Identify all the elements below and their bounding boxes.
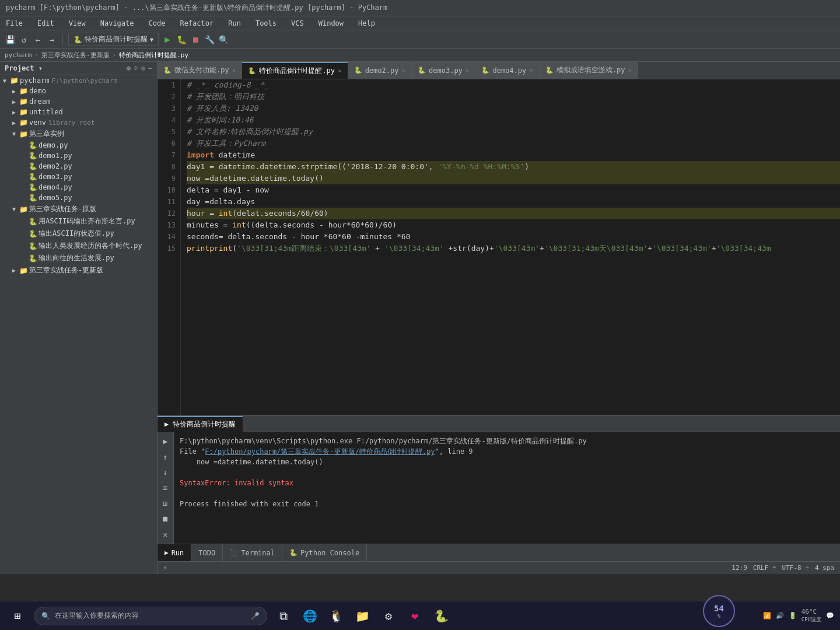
run-config-dropdown[interactable]: 🐍 特价商品倒计时提醒 ▾ <box>68 33 159 46</box>
tree-item-demo1-py[interactable]: 🐍 demo1.py <box>0 150 157 161</box>
tree-item-demo5-py[interactable]: 🐍 demo5.py <box>0 192 157 203</box>
breadcrumb-file[interactable]: 特价商品倒计时提醒.py <box>119 51 188 60</box>
tree-item-ascii-status[interactable]: 🐍 输出ASCII的状态值.py <box>0 228 157 240</box>
tab-close-icon[interactable]: × <box>401 66 405 74</box>
expand-arrow: ▶ <box>9 99 19 105</box>
bottom-tab-todo[interactable]: TODO <box>191 544 223 562</box>
bottom-tab-run[interactable]: ▶ Run <box>158 544 191 562</box>
code-line-13: minutes = int((delta.seconds - hour*60*6… <box>187 219 840 231</box>
run-label: ▶ 特价商品倒计时提醒 <box>164 419 236 429</box>
forward-icon[interactable]: → <box>47 34 57 45</box>
tree-item-demo3-py[interactable]: 🐍 demo3.py <box>0 172 157 182</box>
tree-item-ascii-name[interactable]: 🐍 用ASCII码输出齐布斯名言.py <box>0 215 157 228</box>
stop-icon[interactable]: ⏹ <box>190 34 201 45</box>
tree-item-demo2-py[interactable]: 🐍 demo2.py <box>0 161 157 172</box>
run-btn[interactable]: ▶ <box>159 435 172 447</box>
tab-demo3[interactable]: 🐍 demo3.py × <box>412 62 475 79</box>
sidebar-divide-icon[interactable]: ÷ <box>134 64 138 72</box>
run-tab-run[interactable]: ▶ 特价商品倒计时提醒 <box>158 416 243 432</box>
tab-close-icon[interactable]: × <box>466 66 470 74</box>
search-everywhere-icon[interactable]: 🔍 <box>218 34 229 45</box>
tab-demo4[interactable]: 🐍 demo4.py × <box>475 62 539 79</box>
clear-btn[interactable]: ⊡ <box>159 498 172 510</box>
code-editor[interactable]: 1 2 3 4 5 6 7 8 9 10 11 12 13 14 15 # _*… <box>158 79 840 415</box>
start-button[interactable]: ⊞ <box>6 604 29 628</box>
file-path-link[interactable]: F:/python/pycharm/第三章实战任务-更新版/特价商品倒计时提醒.… <box>205 447 435 456</box>
taskbar-app5[interactable]: ⚙ <box>377 604 400 628</box>
breadcrumb-folder[interactable]: 第三章实战任务-更新版 <box>41 51 110 60</box>
taskbar-pycharm[interactable]: 🐍 <box>429 604 453 628</box>
menu-navigate[interactable]: Navigate <box>97 18 137 29</box>
sidebar-minimize-icon[interactable]: − <box>148 64 152 72</box>
menu-window[interactable]: Window <box>316 18 346 29</box>
run-icon[interactable]: ▶ <box>162 34 173 45</box>
close-run-btn[interactable]: ✕ <box>159 528 172 541</box>
menu-edit[interactable]: Edit <box>34 18 57 29</box>
tab-close-icon[interactable]: × <box>529 66 533 74</box>
tree-item-pycharm-root[interactable]: ▼ 📁 pycharm F:\python\pycharm <box>0 75 157 86</box>
taskbar-taskview[interactable]: ⧉ <box>272 604 295 628</box>
code-line-3: # 开发人员: 13420 <box>187 103 840 114</box>
refresh-icon[interactable]: ↺ <box>19 34 29 45</box>
tree-item-ch3-old[interactable]: ▼ 📁 第三章实战任务-原版 <box>0 203 157 215</box>
tree-item-demo-py[interactable]: 🐍 demo.py <box>0 140 157 150</box>
notification-icon[interactable]: 💬 <box>826 612 834 620</box>
bottom-tab-python-console[interactable]: 🐍 Python Console <box>282 544 367 562</box>
sidebar-gear-icon[interactable]: ⊕ <box>127 64 131 72</box>
menu-vcs[interactable]: VCS <box>288 18 307 29</box>
tree-item-untitled[interactable]: ▶ 📁 untitled <box>0 107 157 117</box>
stop-run-btn[interactable]: ⏹ <box>159 513 172 526</box>
breadcrumb-sep-2: › <box>113 51 117 59</box>
tab-demo2[interactable]: 🐍 demo2.py × <box>348 62 412 79</box>
save-icon[interactable]: 💾 <box>5 34 15 45</box>
taskbar-app6[interactable]: ❤ <box>403 604 426 628</box>
tab-close-icon[interactable]: × <box>628 66 632 74</box>
tab-close-icon[interactable]: × <box>338 67 342 75</box>
tree-item-dream[interactable]: ▶ 📁 dream <box>0 96 157 107</box>
sys-time: 46°CCPU温度 <box>802 608 821 624</box>
taskbar-search[interactable]: 🔍 在这里输入你要搜索的内容 🎤 <box>34 607 267 625</box>
menu-view[interactable]: View <box>66 18 89 29</box>
back-icon[interactable]: ← <box>33 34 43 45</box>
scroll-down-btn[interactable]: ↓ <box>159 466 172 478</box>
tab-weixin[interactable]: 🐍 微信支付功能.py × <box>158 62 242 79</box>
tools-icon[interactable]: 🔧 <box>204 34 215 45</box>
tab-close-icon[interactable]: × <box>232 66 236 74</box>
scroll-up-btn[interactable]: ↑ <box>159 451 172 463</box>
menu-refactor[interactable]: Refactor <box>177 18 216 29</box>
taskbar-edge[interactable]: 🌐 <box>298 604 321 628</box>
wrap-btn[interactable]: ≡ <box>159 482 172 494</box>
tree-item-ch3[interactable]: ▼ 📁 第三章实例 <box>0 128 157 140</box>
taskbar-explorer[interactable]: 📁 <box>351 604 374 628</box>
tab-py-icon: 🐍 <box>545 66 554 74</box>
tree-item-life-dev[interactable]: 🐍 输出向往的生活发展.py <box>0 252 157 264</box>
taskbar-qq[interactable]: 🐧 <box>324 604 348 628</box>
sidebar-settings-icon[interactable]: ⚙ <box>141 64 145 72</box>
tab-lvjing[interactable]: 🐍 模拟成语填空游戏.py × <box>540 62 638 79</box>
menu-code[interactable]: Code <box>146 18 169 29</box>
expand-arrow: ▼ <box>9 131 19 137</box>
expand-arrow: ▶ <box>9 267 19 274</box>
menu-file[interactable]: File <box>3 18 26 29</box>
tree-item-demo[interactable]: ▶ 📁 demo <box>0 86 157 96</box>
menu-help[interactable]: Help <box>355 18 378 29</box>
py-file-icon: 🐍 <box>28 162 37 170</box>
status-event: ⚡ <box>163 564 167 572</box>
tree-item-people-exp[interactable]: 🐍 输出人类发展经历的各个时代.py <box>0 240 157 252</box>
python-console-icon: 🐍 <box>289 549 298 556</box>
bottom-tab-terminal[interactable]: ⬛ Terminal <box>223 544 282 562</box>
run-content: ▶ ↑ ↓ ≡ ⊡ ⏹ ✕ F:\python\pycharm\venv\Scr… <box>158 432 840 544</box>
tree-item-demo4-py[interactable]: 🐍 demo4.py <box>0 182 157 192</box>
menu-run[interactable]: Run <box>225 18 244 29</box>
terminal-icon: ⬛ <box>230 549 238 556</box>
breadcrumb-sep-1: › <box>34 51 38 59</box>
debug-icon[interactable]: 🐛 <box>176 34 187 45</box>
tab-tejia[interactable]: 🐍 特价商品倒计时提醒.py × <box>242 62 348 79</box>
line-num-4: 4 <box>160 114 176 126</box>
breadcrumb-pycharm[interactable]: pycharm <box>5 51 32 59</box>
tree-label: demo2.py <box>38 162 72 170</box>
tree-label: venv <box>29 118 46 127</box>
menu-tools[interactable]: Tools <box>253 18 279 29</box>
tree-item-venv[interactable]: ▶ 📁 venv library root <box>0 117 157 128</box>
tree-item-ch3-new[interactable]: ▶ 📁 第三章实战任务-更新版 <box>0 264 157 276</box>
